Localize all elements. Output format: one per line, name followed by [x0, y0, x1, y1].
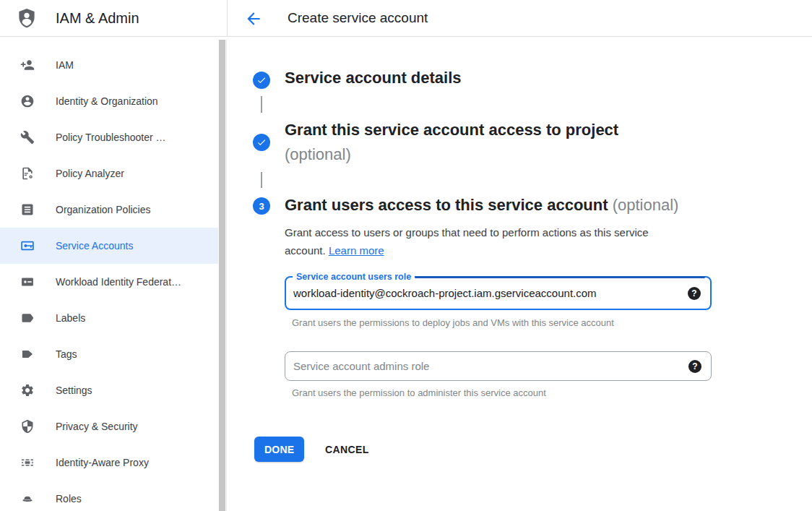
service-account-key-icon — [20, 239, 35, 253]
step-connector-line — [261, 96, 262, 113]
done-button[interactable]: DONE — [254, 437, 304, 462]
step2-complete-check-icon — [253, 134, 270, 151]
step3-optional-label: (optional) — [613, 196, 679, 214]
wrench-icon — [20, 130, 35, 145]
iam-shield-person-icon — [16, 7, 38, 29]
sidebar-item-label: IAM — [56, 59, 74, 71]
step-connector-line — [261, 172, 262, 188]
sidebar-item-label: Identity & Organization — [56, 95, 158, 107]
sidebar-item-identity-aware-proxy[interactable]: Identity-Aware Proxy — [0, 445, 218, 481]
account-circle-icon — [20, 94, 35, 108]
help-icon[interactable]: ? — [688, 287, 701, 300]
sidebar-item-iam[interactable]: IAM — [0, 47, 218, 83]
top-header-bar: IAM & Admin Create service account — [0, 0, 812, 37]
sidebar-scrollbar-thumb[interactable] — [219, 40, 225, 511]
step3-number-badge: 3 — [253, 197, 270, 215]
gear-icon — [20, 383, 35, 398]
learn-more-link[interactable]: Learn more — [329, 244, 384, 257]
sidebar-item-settings[interactable]: Settings — [0, 372, 218, 408]
product-title: IAM & Admin — [56, 0, 139, 36]
admins-role-field-placeholder[interactable]: Service account admins role — [293, 352, 679, 380]
proxy-gateway-icon — [20, 455, 35, 470]
sidebar-item-label: Labels — [56, 312, 85, 324]
sidebar-item-label: Privacy & Security — [56, 421, 138, 432]
iam-admin-sidebar: IAMIdentity & OrganizationPolicy Trouble… — [0, 37, 218, 511]
document-gear-icon — [20, 166, 35, 181]
sidebar-item-roles[interactable]: Roles — [0, 481, 218, 511]
shield-half-icon — [20, 419, 35, 434]
step1-title: Service account details — [285, 69, 462, 87]
sidebar-item-identity-organization[interactable]: Identity & Organization — [0, 83, 218, 119]
service-account-users-role-field[interactable]: Service account users role workload-iden… — [285, 276, 712, 310]
sidebar-item-label: Workload Identity Federat… — [56, 276, 181, 288]
service-account-admins-role-field[interactable]: Service account admins role ? — [285, 351, 712, 381]
arrow-back-icon[interactable] — [244, 9, 263, 28]
person-add-icon — [20, 58, 35, 72]
step2-optional-label: (optional) — [285, 145, 351, 164]
admins-role-helper-text: Grant users the permission to administer… — [292, 387, 546, 398]
step2-title: Grant this service account access to pro… — [285, 121, 618, 139]
sidebar-item-service-accounts[interactable]: Service Accounts — [0, 228, 218, 264]
product-header: IAM & Admin — [0, 0, 228, 36]
label-icon — [20, 311, 35, 325]
create-service-account-page: IAM & Admin Create service account IAMId… — [0, 0, 812, 511]
sidebar-item-privacy-security[interactable]: Privacy & Security — [0, 408, 218, 445]
sidebar-item-label: Policy Troubleshooter … — [56, 132, 166, 143]
sidebar-item-labels[interactable]: Labels — [0, 300, 218, 336]
step1-complete-check-icon — [253, 72, 270, 89]
sidebar-item-tags[interactable]: Tags — [0, 336, 218, 372]
help-icon[interactable]: ? — [688, 360, 701, 373]
identity-card-icon — [20, 275, 35, 289]
users-role-field-value[interactable]: workload-identity@cockroach-project.iam.… — [293, 278, 678, 309]
main-content: Service account details Grant this servi… — [228, 37, 812, 511]
sidebar-item-label: Settings — [56, 385, 92, 396]
sidebar-item-label: Service Accounts — [56, 240, 133, 252]
sidebar-scrollbar-track[interactable] — [218, 40, 227, 511]
document-lines-icon — [20, 202, 35, 217]
step3-title: Grant users access to this service accou… — [285, 196, 678, 215]
sidebar-item-organization-policies[interactable]: Organization Policies — [0, 192, 218, 228]
sidebar-item-label: Organization Policies — [56, 204, 151, 215]
sidebar-item-label: Policy Analyzer — [56, 168, 124, 179]
sidebar-item-workload-identity-federat[interactable]: Workload Identity Federat… — [0, 264, 218, 300]
sidebar-item-label: Roles — [56, 493, 82, 504]
sidebar-item-policy-analyzer[interactable]: Policy Analyzer — [0, 155, 218, 192]
sidebar-item-policy-troubleshooter[interactable]: Policy Troubleshooter … — [0, 119, 218, 155]
page-title: Create service account — [288, 0, 428, 36]
tag-arrow-icon — [20, 347, 35, 361]
cancel-button[interactable]: CANCEL — [319, 437, 375, 462]
users-role-helper-text: Grant users the permissions to deploy jo… — [292, 317, 614, 328]
sidebar-item-label: Tags — [56, 348, 77, 360]
step3-description: Grant access to users or groups that nee… — [285, 223, 689, 259]
hat-icon — [20, 491, 35, 506]
sidebar-item-label: Identity-Aware Proxy — [56, 457, 149, 468]
